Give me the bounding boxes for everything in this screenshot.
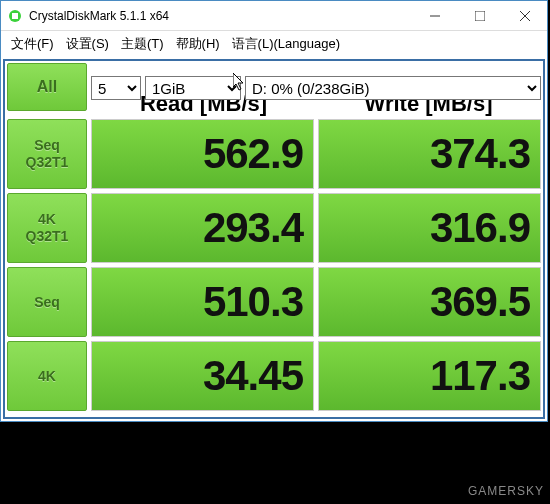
watermark: GAMERSKY [468, 484, 544, 498]
seq-write: 369.5 [318, 267, 541, 337]
4k-q32t1-button[interactable]: 4K Q32T1 [7, 193, 87, 263]
seq-q32t1-read: 562.9 [91, 119, 314, 189]
menubar: 文件(F) 设置(S) 主题(T) 帮助(H) 语言(L)(Language) [1, 31, 547, 57]
window-controls [412, 1, 547, 31]
selects-group: 5 1GiB D: 0% (0/238GiB) [91, 63, 541, 111]
result-row: Seq Q32T1 562.9 374.3 [7, 119, 541, 189]
app-window: CrystalDiskMark 5.1.1 x64 文件(F) 设置(S) 主题… [0, 0, 548, 422]
4k-read: 34.45 [91, 341, 314, 411]
4k-write: 117.3 [318, 341, 541, 411]
result-row: 4K Q32T1 293.4 316.9 [7, 193, 541, 263]
size-select[interactable]: 1GiB [145, 76, 241, 100]
close-button[interactable] [502, 1, 547, 31]
seq-read: 510.3 [91, 267, 314, 337]
menu-theme[interactable]: 主题(T) [121, 35, 164, 53]
runs-select[interactable]: 5 [91, 76, 141, 100]
menu-settings[interactable]: 设置(S) [66, 35, 109, 53]
result-row: Seq 510.3 369.5 [7, 267, 541, 337]
svg-rect-1 [12, 13, 18, 19]
app-icon [7, 8, 23, 24]
result-row: 4K 34.45 117.3 [7, 341, 541, 411]
4k-button[interactable]: 4K [7, 341, 87, 411]
4k-q32t1-write: 316.9 [318, 193, 541, 263]
window-title: CrystalDiskMark 5.1.1 x64 [29, 9, 412, 23]
menu-language[interactable]: 语言(L)(Language) [232, 35, 340, 53]
minimize-button[interactable] [412, 1, 457, 31]
4k-q32t1-read: 293.4 [91, 193, 314, 263]
drive-select[interactable]: D: 0% (0/238GiB) [245, 76, 541, 100]
titlebar: CrystalDiskMark 5.1.1 x64 [1, 1, 547, 31]
svg-rect-3 [475, 11, 485, 21]
maximize-button[interactable] [457, 1, 502, 31]
seq-q32t1-write: 374.3 [318, 119, 541, 189]
seq-button[interactable]: Seq [7, 267, 87, 337]
menu-file[interactable]: 文件(F) [11, 35, 54, 53]
seq-q32t1-button[interactable]: Seq Q32T1 [7, 119, 87, 189]
menu-help[interactable]: 帮助(H) [176, 35, 220, 53]
content-panel: All 5 1GiB D: 0% (0/238GiB) Read [MB/s] … [3, 59, 545, 419]
